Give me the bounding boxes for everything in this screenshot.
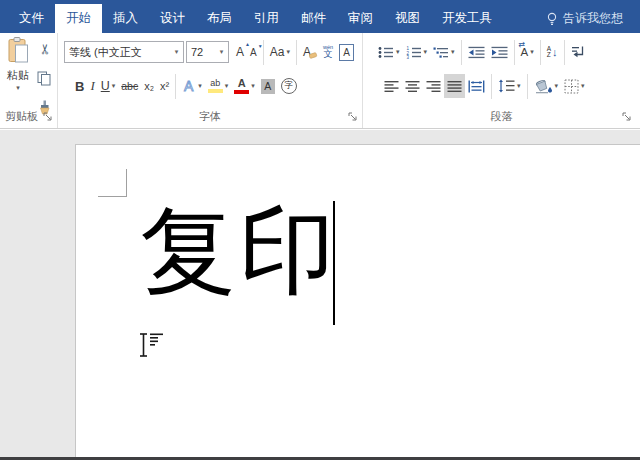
multilevel-list-dropdown-arrow[interactable]: ▾ (451, 48, 455, 56)
asian-layout-icon: ⇄ A (521, 46, 529, 58)
distribute-button[interactable] (465, 74, 488, 98)
font-color-icon: A (234, 78, 249, 94)
align-center-button[interactable] (402, 74, 423, 98)
font-name-combobox[interactable]: 等线 (中文正文 ▾ (64, 41, 184, 63)
character-border-button[interactable]: A (336, 40, 357, 64)
shading-button[interactable]: ▾ (531, 74, 562, 98)
margin-corner-mark (98, 169, 127, 197)
borders-button[interactable]: ▾ (561, 74, 588, 98)
clear-formatting-button[interactable]: A (300, 40, 314, 64)
shading-bucket-icon (534, 79, 553, 94)
group-clipboard: 粘贴 ▾ ✂ (0, 33, 58, 128)
font-color-dropdown-arrow[interactable]: ▾ (251, 82, 255, 90)
align-right-icon (426, 80, 441, 93)
decrease-indent-icon (468, 46, 485, 59)
tab-home[interactable]: 开始 (55, 4, 102, 33)
multilevel-list-icon (433, 46, 449, 59)
font-name-dropdown-arrow[interactable]: ▾ (170, 48, 183, 56)
tab-review[interactable]: 审阅 (337, 4, 384, 33)
strikethrough-icon: abc (121, 80, 138, 92)
copy-button[interactable] (34, 66, 55, 90)
strikethrough-button[interactable]: abc (118, 74, 141, 98)
document-text: 复印 (140, 189, 338, 314)
text-highlight-icon: ab (208, 79, 223, 93)
font-size-dropdown-arrow[interactable]: ▾ (215, 48, 228, 56)
change-case-button[interactable]: Aa ▾ (267, 40, 293, 64)
align-left-icon (384, 80, 399, 93)
font-size-combobox[interactable]: 72 ▾ (186, 41, 229, 63)
paragraph-dialog-launcher[interactable] (622, 112, 632, 122)
tab-view[interactable]: 视图 (384, 4, 431, 33)
show-hide-marks-icon (571, 45, 585, 59)
line-spacing-button[interactable]: ▾ (495, 74, 524, 98)
subscript-button[interactable]: x₂ (141, 74, 157, 98)
borders-dropdown-arrow[interactable]: ▾ (581, 82, 585, 90)
cut-button[interactable]: ✂ (34, 37, 55, 61)
text-effects-icon: A (182, 78, 196, 94)
word-window: 文件 开始 插入 设计 布局 引用 邮件 审阅 视图 开发工具 告诉我您想 (0, 0, 640, 460)
bullets-icon (378, 46, 394, 59)
phonetic-guide-button[interactable]: wén 文 (320, 40, 336, 64)
clipboard-dialog-launcher[interactable] (43, 112, 53, 122)
align-center-icon (405, 80, 420, 93)
font-color-button[interactable]: A ▾ (231, 74, 258, 98)
clipboard-icon (7, 37, 29, 64)
line-spacing-dropdown-arrow[interactable]: ▾ (517, 82, 521, 90)
paragraph-group-label: 段落 (363, 109, 640, 124)
shrink-font-icon: A▼ (250, 47, 257, 58)
enclose-characters-button[interactable]: 字 (278, 74, 300, 98)
increase-indent-button[interactable] (488, 40, 511, 64)
decrease-indent-button[interactable] (465, 40, 488, 64)
underline-button[interactable]: U ▾ (98, 74, 119, 98)
numbering-button[interactable]: 1 2 3 ▾ (403, 40, 431, 64)
align-left-button[interactable] (381, 74, 402, 98)
align-right-button[interactable] (423, 74, 444, 98)
underline-dropdown-arrow[interactable]: ▾ (112, 82, 116, 90)
bullets-dropdown-arrow[interactable]: ▾ (396, 48, 400, 56)
shading-dropdown-arrow[interactable]: ▾ (555, 82, 559, 90)
justify-button[interactable] (444, 74, 465, 98)
bullets-button[interactable]: ▾ (375, 40, 403, 64)
font-name-value: 等线 (中文正文 (65, 45, 170, 60)
character-shading-button[interactable]: A (258, 74, 278, 98)
lightbulb-icon (546, 12, 558, 26)
document-page[interactable]: 复印 (75, 144, 640, 457)
sort-button[interactable]: AZ ↓ (544, 40, 561, 64)
phonetic-guide-icon: wén 文 (323, 45, 333, 60)
show-hide-marks-button[interactable] (568, 40, 588, 64)
font-dialog-launcher[interactable] (348, 112, 358, 122)
distribute-icon (468, 80, 485, 93)
text-highlight-button[interactable]: ab ▾ (205, 74, 232, 98)
tab-mailings[interactable]: 邮件 (290, 4, 337, 33)
ibeam-cursor-icon (136, 332, 166, 358)
group-font: 等线 (中文正文 ▾ 72 ▾ A▲ A▼ Aa ▾ (58, 33, 363, 128)
subscript-icon: x₂ (144, 80, 154, 92)
tab-layout[interactable]: 布局 (196, 4, 243, 33)
text-effects-button[interactable]: A ▾ (179, 74, 205, 98)
svg-text:A: A (184, 78, 194, 94)
tab-design[interactable]: 设计 (149, 4, 196, 33)
superscript-button[interactable]: x² (157, 74, 172, 98)
enclose-characters-icon: 字 (281, 78, 297, 94)
text-effects-dropdown-arrow[interactable]: ▾ (198, 82, 202, 90)
svg-text:3: 3 (406, 55, 409, 59)
asian-layout-button[interactable]: ⇄ A ▾ (518, 40, 537, 64)
text-caret (333, 201, 335, 325)
tab-insert[interactable]: 插入 (102, 4, 149, 33)
justify-icon (447, 80, 462, 93)
ribbon: 粘贴 ▾ ✂ (0, 33, 640, 129)
sort-icon: AZ ↓ (547, 46, 558, 59)
tab-file[interactable]: 文件 (8, 4, 55, 33)
italic-button[interactable]: I (87, 74, 97, 98)
tell-me-box[interactable]: 告诉我您想 (546, 4, 640, 33)
text-highlight-dropdown-arrow[interactable]: ▾ (225, 82, 229, 90)
paste-label: 粘贴 (3, 68, 33, 83)
paste-dropdown-arrow[interactable]: ▾ (3, 84, 33, 92)
bold-button[interactable]: B (72, 74, 87, 98)
grow-font-button[interactable]: A▲ (233, 40, 247, 64)
numbering-dropdown-arrow[interactable]: ▾ (424, 48, 428, 56)
tab-references[interactable]: 引用 (243, 4, 290, 33)
multilevel-list-button[interactable]: ▾ (430, 40, 458, 64)
asian-layout-dropdown-arrow[interactable]: ▾ (530, 48, 534, 56)
tab-developer[interactable]: 开发工具 (431, 4, 503, 33)
